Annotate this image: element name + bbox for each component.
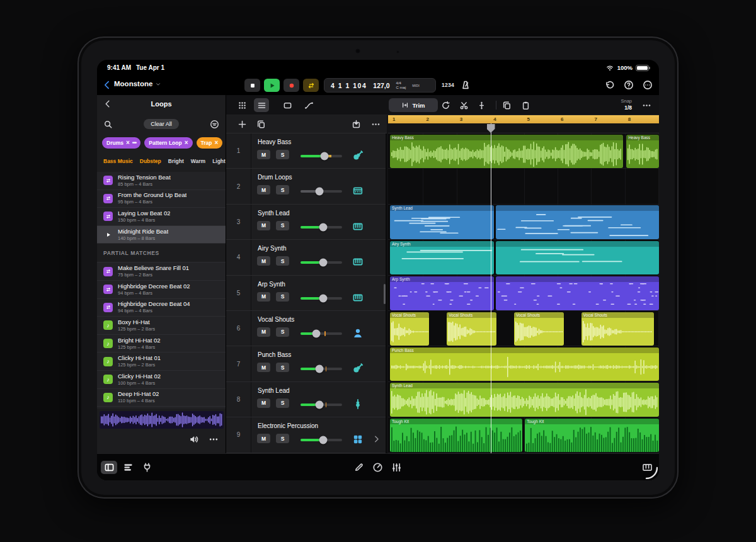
mute-button[interactable]: M — [257, 150, 270, 159]
solo-button[interactable]: S — [276, 150, 289, 159]
trim-button[interactable]: Trim — [389, 98, 438, 112]
mute-button[interactable]: M — [257, 398, 270, 408]
solo-button[interactable]: S — [276, 185, 289, 195]
tag-link[interactable]: Bass Music — [103, 158, 133, 164]
track-header[interactable]: 9 Electronic Percussion M S — [226, 417, 386, 453]
list-view-button[interactable] — [254, 98, 269, 112]
region[interactable]: Arp Synth — [390, 276, 494, 310]
track-header[interactable]: 4 Airy Synth M S — [226, 240, 386, 275]
record-button[interactable] — [284, 79, 299, 92]
clear-all-button[interactable]: Clear All — [144, 119, 179, 129]
track-import-button[interactable] — [350, 118, 362, 130]
volume-slider[interactable] — [301, 155, 342, 157]
timeline-lanes[interactable]: Heavy BassHeavy BassSynth LeadAiry Synth… — [388, 133, 659, 453]
track-header[interactable]: 3 Synth Lead M S — [226, 205, 386, 240]
mute-button[interactable]: M — [257, 292, 270, 302]
solo-button[interactable]: S — [276, 434, 289, 443]
undo-history-button[interactable] — [605, 80, 615, 90]
editors-button[interactable] — [350, 461, 367, 474]
timeline-ruler[interactable]: 12345678 — [388, 115, 659, 133]
copy-button[interactable] — [501, 99, 512, 111]
solo-button[interactable]: S — [276, 327, 289, 337]
metronome-button[interactable] — [461, 80, 471, 90]
search-icon[interactable] — [103, 120, 113, 129]
project-menu[interactable]: Moonstone — [114, 80, 161, 88]
region[interactable]: Heavy Bass — [390, 135, 623, 168]
track-header[interactable]: 8 Synth Lead M S — [226, 382, 386, 417]
volume-slider[interactable] — [301, 404, 342, 406]
volume-slider[interactable] — [301, 297, 342, 300]
mute-button[interactable]: M — [257, 221, 270, 230]
tag-link[interactable]: Dubstep — [140, 158, 161, 164]
track-header[interactable]: 1 Heavy Bass M S — [226, 133, 386, 169]
plugins-button[interactable] — [139, 461, 155, 474]
paste-button[interactable] — [520, 99, 531, 111]
region[interactable] — [496, 241, 659, 274]
mute-button[interactable]: M — [257, 256, 270, 266]
browsers-button[interactable] — [101, 461, 117, 474]
loop-tool-button[interactable] — [440, 99, 451, 111]
panel-more-icon[interactable] — [209, 434, 219, 444]
mixer-button[interactable] — [388, 461, 404, 474]
region[interactable]: Heavy Bass — [626, 135, 659, 168]
filter-pill[interactable]: Pattern Loop × — [144, 137, 192, 149]
region[interactable]: Synth Lead — [390, 205, 494, 239]
region[interactable]: Tough Kit — [525, 419, 659, 452]
loop-list-item[interactable]: Laying Low Beat 02 150 bpm – 4 Bars — [97, 208, 226, 226]
region[interactable]: Airy Synth — [390, 241, 494, 274]
remove-filter-icon[interactable]: × — [126, 140, 130, 145]
region[interactable] — [496, 205, 659, 239]
help-button[interactable] — [624, 80, 634, 90]
solo-button[interactable]: S — [276, 221, 289, 230]
gain-tool-button[interactable] — [476, 99, 487, 111]
region[interactable]: Vocal Shouts — [514, 312, 564, 346]
expand-chevron-icon[interactable] — [372, 435, 381, 443]
loop-preview-waveform[interactable] — [100, 411, 224, 429]
region[interactable]: Vocal Shouts — [447, 312, 496, 346]
toolbar-more-button[interactable] — [641, 99, 652, 111]
volume-slider[interactable] — [301, 190, 342, 193]
loop-list-item[interactable]: Midnight Ride Beat 140 bpm – 8 Bars — [97, 226, 226, 244]
track-header[interactable]: 7 Punch Bass M S — [226, 346, 386, 381]
lcd-display[interactable]: 4 1 1 104 127,0 4/4 C maj MIDI — [324, 78, 436, 93]
filter-pill[interactable]: Trap × — [197, 137, 223, 149]
region[interactable]: Synth Lead — [390, 383, 659, 416]
split-button[interactable] — [458, 99, 469, 111]
loop-list-item[interactable]: ♪ Clicky Hi-Hat 02 100 bpm – 4 Bars — [97, 371, 226, 389]
loop-list-item[interactable]: Highbridge Decree Beat 02 94 bpm – 4 Bar… — [97, 281, 226, 299]
solo-button[interactable]: S — [276, 363, 289, 372]
track-header-more-button[interactable] — [370, 118, 381, 130]
snap-setting[interactable]: Snap 1/8 — [602, 98, 632, 111]
loop-list-item[interactable]: Rising Tension Beat 85 bpm – 4 Bars — [97, 172, 226, 190]
tag-link[interactable]: Warm — [191, 158, 205, 164]
duplicate-track-button[interactable] — [255, 118, 266, 130]
loop-list-item[interactable]: Highbridge Decree Beat 04 94 bpm – 4 Bar… — [97, 299, 226, 317]
preview-volume-icon[interactable] — [189, 434, 199, 444]
track-header[interactable]: 2 Drum Loops M S — [226, 169, 386, 204]
cycle-button[interactable] — [303, 79, 319, 92]
cycle-range[interactable]: 12345678 — [388, 115, 659, 123]
tag-link[interactable]: Bright — [168, 158, 184, 164]
scroll-indicator[interactable] — [384, 284, 386, 304]
tracks-view-button[interactable] — [120, 461, 136, 474]
region[interactable]: Punch Bass — [390, 347, 659, 381]
tuner-button[interactable] — [369, 461, 386, 474]
loop-list-item[interactable]: ♪ Clicky Hi-Hat 01 125 bpm – 2 Bars — [97, 353, 226, 371]
volume-slider[interactable] — [301, 226, 342, 229]
loop-list-item[interactable]: ♪ Bright Hi-Hat 02 125 bpm – 4 Bars — [97, 335, 226, 353]
loop-list-item[interactable]: Make Believe Snare Fill 01 75 bpm – 2 Ba… — [97, 263, 226, 281]
back-chevron-icon[interactable] — [102, 80, 112, 90]
filter-icon[interactable] — [210, 120, 219, 129]
region[interactable] — [496, 276, 659, 310]
region[interactable]: Tough Kit — [390, 419, 522, 452]
region[interactable]: Vocal Shouts — [390, 312, 429, 346]
solo-button[interactable]: S — [276, 292, 289, 302]
volume-slider[interactable] — [301, 261, 342, 264]
loop-list-item[interactable]: ♪ Deep Hi-Hat 02 110 bpm – 4 Bars — [97, 389, 226, 407]
marquee-tool-button[interactable] — [282, 99, 293, 111]
play-button[interactable] — [264, 79, 280, 92]
volume-slider[interactable] — [301, 439, 342, 441]
track-header[interactable]: 6 Vocal Shouts M S — [226, 311, 386, 346]
solo-button[interactable]: S — [276, 256, 289, 266]
stop-button[interactable] — [244, 79, 260, 92]
